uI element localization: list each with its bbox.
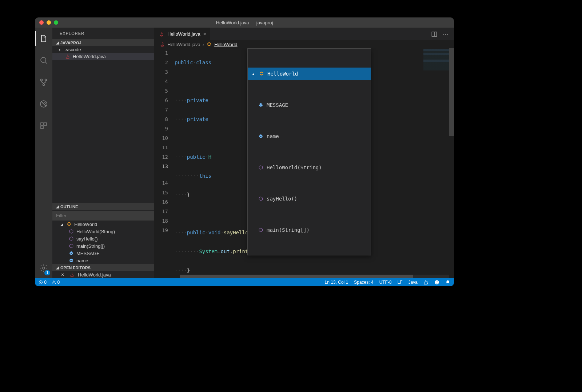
svg-point-8 [43,267,45,269]
java-file-icon [159,32,164,37]
minimize-window-button[interactable] [47,20,51,25]
class-icon [259,71,264,77]
status-indent[interactable]: Spaces: 4 [354,280,373,285]
tab-helloworld[interactable]: HelloWorld.java × [154,28,211,40]
method-icon [258,165,264,170]
editor-tabs: HelloWorld.java × ··· [154,28,454,40]
method-icon [258,227,264,233]
outline-tree: ◢ HelloWorld HelloWorld(String) sayHello… [52,221,154,264]
dropdown-item-class[interactable]: ◢ HelloWorld [248,68,371,80]
status-errors[interactable]: 0 [39,280,47,285]
activity-bar: 1 [35,28,52,278]
vertical-scrollbar[interactable] [449,48,454,278]
outline-filter [52,211,154,221]
minimap[interactable] [423,49,449,70]
svg-point-1 [41,79,43,81]
open-editors-section-header[interactable]: ◢ OPEN EDITORS [52,264,154,271]
dropdown-item-label: HelloWorld(String) [267,163,322,172]
svg-point-2 [45,79,47,81]
outline-item-label: name [76,258,88,263]
code-content[interactable]: public·class ····private·static·final·St… [175,48,454,278]
svg-point-11 [435,280,439,284]
outline-item-label: main(String[]) [76,243,105,249]
outline-item[interactable]: MESSAGE [52,250,154,257]
close-window-button[interactable] [39,20,44,25]
open-editors-list: × HelloWorld.java [52,271,154,278]
outline-item[interactable]: main(String[]) [52,242,154,250]
dropdown-item[interactable]: MESSAGE [248,99,371,111]
split-editor-icon[interactable] [431,31,438,37]
svg-rect-6 [44,123,47,125]
debug-activity[interactable] [35,97,52,111]
chevron-down-icon: ◢ [56,204,59,209]
breadcrumb-symbol[interactable]: HelloWorld [214,42,237,47]
zoom-window-button[interactable] [54,20,58,25]
outline-item[interactable]: HelloWorld(String) [52,228,154,235]
status-warnings[interactable]: 0 [52,280,60,285]
tab-label: HelloWorld.java [167,31,200,37]
field-icon [68,250,74,256]
method-icon [68,236,74,242]
vscode-window: HelloWorld.java — javaproj 1 [35,17,454,286]
svg-point-13 [437,282,438,282]
close-tab-icon[interactable]: × [203,31,206,37]
status-cursor[interactable]: Ln 13, Col 1 [325,280,348,285]
code-editor[interactable]: 12345678910111213 141516171819 public·cl… [154,48,454,278]
close-icon[interactable]: × [61,272,66,278]
svg-point-0 [41,57,46,62]
extensions-activity[interactable] [35,118,52,133]
folder-label: .vscode [65,47,81,52]
file-tree: ▸ .vscode HelloWorld.java [52,46,154,60]
dropdown-item-label: name [267,132,279,141]
open-editor-label: HelloWorld.java [78,272,111,278]
status-eol[interactable]: LF [398,280,403,285]
outline-class-label: HelloWorld [74,222,97,227]
sidebar-title: EXPLORER [52,28,154,39]
outline-class[interactable]: ◢ HelloWorld [52,221,154,228]
outline-item-label: sayHello() [76,236,98,242]
search-activity[interactable] [35,53,52,68]
field-icon [258,133,264,139]
dropdown-class-label: HelloWorld [267,69,298,78]
horizontal-scrollbar[interactable] [180,275,454,278]
line-gutter: 12345678910111213 141516171819 [154,48,175,278]
svg-rect-5 [41,123,43,125]
feedback-icon[interactable] [434,280,439,285]
chevron-down-icon: ◢ [56,265,59,270]
more-actions-icon[interactable]: ··· [443,31,449,37]
window-title: HelloWorld.java — javaproj [35,20,454,25]
source-control-activity[interactable] [35,75,52,89]
breadcrumb-dropdown: ◢ HelloWorld MESSAGE name [247,48,371,255]
dropdown-item[interactable]: main(String[]) [248,224,371,236]
project-section-header[interactable]: ◢ JAVAPROJ [52,39,154,46]
tree-file-helloworld[interactable]: HelloWorld.java [52,53,154,60]
java-file-icon [65,54,71,59]
dropdown-item[interactable]: HelloWorld(String) [248,161,371,174]
status-encoding[interactable]: UTF-8 [379,280,392,285]
method-icon [68,243,74,249]
outline-item[interactable]: sayHello() [52,235,154,242]
tree-folder-vscode[interactable]: ▸ .vscode [52,46,154,53]
open-editor-item[interactable]: × HelloWorld.java [52,271,154,278]
titlebar: HelloWorld.java — javaproj [35,17,454,28]
dropdown-item[interactable]: sayHello() [248,193,371,205]
outline-filter-input[interactable] [52,211,154,221]
dropdown-item[interactable]: name [248,130,371,142]
bell-icon[interactable] [445,280,450,285]
method-icon [258,196,264,202]
chevron-down-icon: ◢ [60,222,64,226]
outline-section-header[interactable]: ◢ OUTLINE [52,203,154,210]
status-language[interactable]: Java [408,280,418,285]
outline-item[interactable]: name [52,257,154,264]
explorer-activity[interactable] [35,31,52,46]
window-controls [39,20,58,25]
method-icon [68,229,74,234]
editor-group: HelloWorld.java × ··· HelloWorld.java › [154,28,454,278]
open-editors-title: OPEN EDITORS [60,266,91,270]
thumbs-up-icon[interactable] [423,280,428,285]
breadcrumb[interactable]: HelloWorld.java › HelloWorld [154,40,454,48]
breadcrumb-file[interactable]: HelloWorld.java [167,42,200,47]
outline-item-label: HelloWorld(String) [76,229,115,234]
settings-activity[interactable]: 1 [35,261,52,275]
svg-rect-7 [41,126,43,129]
